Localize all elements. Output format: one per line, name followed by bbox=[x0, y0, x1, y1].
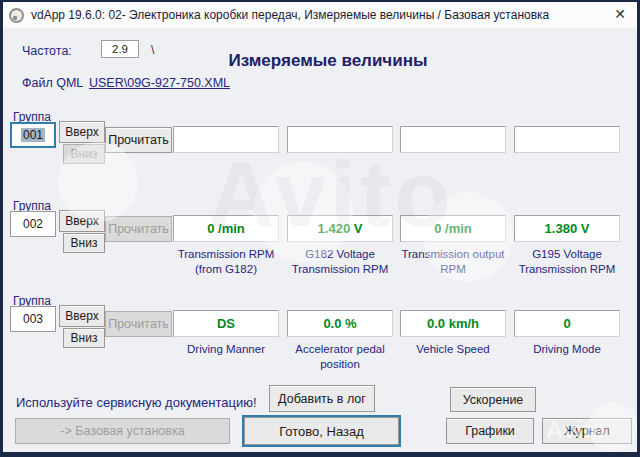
measure-label: G195 Voltage Transmission RPM bbox=[507, 247, 627, 277]
measure-value bbox=[514, 126, 620, 153]
measure-value: 0 /min bbox=[400, 215, 506, 242]
group-row-001: Группа 001 Вверх Вниз Прочитать bbox=[3, 110, 637, 198]
measure-value: 0 /min bbox=[173, 215, 279, 242]
page-title: Измеряемые величины bbox=[198, 51, 458, 71]
graphs-button[interactable]: Графики bbox=[446, 418, 534, 444]
group-number-value: 003 bbox=[23, 312, 43, 326]
group-number-value: 002 bbox=[23, 217, 43, 231]
measure-value: 0.0 % bbox=[287, 310, 393, 337]
up-button[interactable]: Вверх bbox=[59, 121, 105, 143]
frequency-input[interactable] bbox=[101, 40, 139, 58]
up-button[interactable]: Вверх bbox=[59, 210, 105, 232]
measure-value: 0 bbox=[514, 310, 620, 337]
title-bar: vdApp 19.6.0: 02- Электроника коробки пе… bbox=[3, 2, 637, 28]
measure-label: Accelerator pedal position bbox=[280, 342, 400, 372]
read-button: Прочитать bbox=[105, 216, 172, 242]
measure-value: 1.420 V bbox=[287, 215, 393, 242]
basic-setting-button: -> Базовая установка bbox=[15, 418, 230, 444]
service-doc-notice: Используйте сервисную документацию! bbox=[16, 395, 257, 410]
measure-value: 1.380 V bbox=[514, 215, 620, 242]
acceleration-button[interactable]: Ускорение bbox=[450, 387, 536, 412]
measure-value: 0.0 km/h bbox=[400, 310, 506, 337]
app-window: vdApp 19.6.0: 02- Электроника коробки пе… bbox=[0, 0, 640, 457]
measure-value bbox=[400, 126, 506, 153]
group-number-input[interactable]: 002 bbox=[10, 211, 56, 237]
add-to-log-button[interactable]: Добавить в лог bbox=[269, 385, 375, 412]
down-button[interactable]: Вниз bbox=[63, 233, 105, 253]
group-row-002: Группа 002 Вверх Вниз Прочитать 0 /min 1… bbox=[3, 199, 637, 287]
window-title: vdApp 19.6.0: 02- Электроника коробки пе… bbox=[31, 8, 549, 22]
down-button[interactable]: Вниз bbox=[63, 328, 105, 348]
done-back-button[interactable]: Готово, Назад bbox=[244, 417, 399, 445]
file-qml-link[interactable]: USER\09G-927-750.XML bbox=[89, 76, 230, 90]
measure-label: Transmission output RPM bbox=[393, 247, 513, 277]
spinner-glyph: \ bbox=[151, 43, 154, 57]
measure-value: DS bbox=[173, 310, 279, 337]
read-button[interactable]: Прочитать bbox=[105, 127, 172, 153]
group-row-003: Группа 003 Вверх Вниз Прочитать DS 0.0 %… bbox=[3, 294, 637, 382]
group-number-value: 001 bbox=[21, 128, 45, 142]
measure-label: Transmission RPM (from G182) bbox=[166, 247, 286, 277]
group-number-input[interactable]: 003 bbox=[10, 306, 56, 332]
up-button[interactable]: Вверх bbox=[59, 305, 105, 327]
journal-button[interactable]: Журнал bbox=[542, 418, 632, 444]
down-button: Вниз bbox=[63, 144, 105, 164]
measure-label: G182 Voltage Transmission RPM bbox=[280, 247, 400, 277]
measure-label: Driving Manner bbox=[166, 342, 286, 357]
frequency-label: Частота: bbox=[22, 44, 72, 58]
file-qml-label: Файл QML bbox=[22, 76, 83, 90]
group-number-input[interactable]: 001 bbox=[10, 122, 56, 148]
measure-label: Driving Mode bbox=[507, 342, 627, 357]
read-button: Прочитать bbox=[105, 311, 172, 337]
measure-value bbox=[173, 126, 279, 153]
close-icon[interactable]: ✕ bbox=[614, 6, 626, 22]
app-icon bbox=[9, 8, 24, 23]
measure-label: Vehicle Speed bbox=[393, 342, 513, 357]
measure-value bbox=[287, 126, 393, 153]
